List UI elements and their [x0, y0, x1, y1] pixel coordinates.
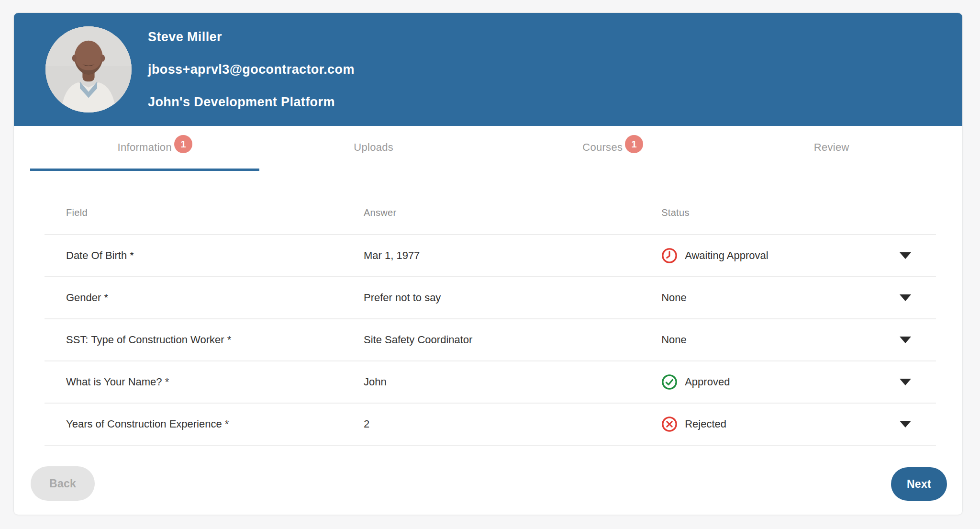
status-label: Rejected: [685, 418, 726, 430]
status-dropdown[interactable]: None: [661, 334, 936, 346]
profile-header: Steve Miller jboss+aprvl3@gocontractor.c…: [14, 13, 962, 126]
tab-uploads[interactable]: Uploads: [259, 126, 489, 171]
caret-down-icon[interactable]: [900, 337, 911, 343]
tab-information-label: Information: [118, 141, 172, 154]
column-header-answer: Answer: [364, 207, 661, 218]
check-circle-icon: [661, 374, 678, 390]
field-answer: John: [364, 376, 661, 388]
contractor-profile-page: Steve Miller jboss+aprvl3@gocontractor.c…: [0, 0, 980, 529]
back-button[interactable]: Back: [31, 466, 95, 501]
caret-down-icon[interactable]: [900, 379, 911, 385]
field-label: What is Your Name? *: [45, 376, 364, 388]
status-label: Approved: [685, 376, 730, 388]
table-row: SST: Type of Construction Worker * Site …: [45, 318, 936, 360]
table-body: Date Of Birth * Mar 1, 1977 Awaiting App…: [45, 234, 936, 446]
tab-uploads-label: Uploads: [354, 141, 393, 154]
table-row: What is Your Name? * John Approved: [45, 360, 936, 403]
table-row: Years of Construction Experience * 2 Rej…: [45, 403, 936, 445]
profile-name: Steve Miller: [148, 30, 355, 45]
field-label: Years of Construction Experience *: [45, 418, 364, 430]
footer-actions: Back Next: [14, 466, 962, 515]
table-row: Gender * Prefer not to say None: [45, 276, 936, 318]
clock-icon: [661, 248, 678, 264]
avatar-portrait-illustration: [45, 26, 132, 113]
profile-info: Steve Miller jboss+aprvl3@gocontractor.c…: [148, 30, 355, 110]
field-label: SST: Type of Construction Worker *: [45, 334, 364, 346]
field-answer: Mar 1, 1977: [364, 249, 661, 262]
status-dropdown[interactable]: Approved: [661, 374, 936, 390]
tab-review-label: Review: [814, 141, 849, 154]
status-dropdown[interactable]: Rejected: [661, 416, 936, 432]
tab-information-badge: 1: [174, 135, 192, 153]
status-label: None: [661, 334, 687, 346]
column-header-field: Field: [45, 207, 364, 218]
status-dropdown[interactable]: None: [661, 292, 936, 304]
column-header-status: Status: [661, 207, 936, 218]
caret-down-icon[interactable]: [900, 294, 911, 301]
caret-down-icon[interactable]: [900, 252, 911, 259]
x-circle-icon: [661, 416, 678, 432]
table-header-row: Field Answer Status: [45, 191, 936, 234]
field-label: Date Of Birth *: [45, 249, 364, 262]
next-button[interactable]: Next: [891, 467, 947, 501]
status-label: Awaiting Approval: [685, 249, 768, 262]
information-table: Field Answer Status Date Of Birth * Mar …: [45, 191, 936, 446]
table-row: Date Of Birth * Mar 1, 1977 Awaiting App…: [45, 234, 936, 276]
profile-email: jboss+aprvl3@gocontractor.com: [148, 62, 355, 77]
contractor-card: Steve Miller jboss+aprvl3@gocontractor.c…: [13, 12, 963, 515]
tab-bar: Information 1 Uploads Courses 1 Review: [14, 126, 962, 171]
status-label: None: [661, 292, 687, 304]
field-label: Gender *: [45, 292, 364, 304]
avatar: [45, 26, 132, 113]
tab-courses-label: Courses: [582, 141, 623, 154]
tab-courses-badge: 1: [625, 135, 643, 153]
tab-review[interactable]: Review: [717, 126, 947, 171]
field-answer: Site Safety Coordinator: [364, 334, 661, 346]
field-answer: 2: [364, 418, 661, 430]
tab-courses[interactable]: Courses 1: [488, 126, 717, 171]
tab-information[interactable]: Information 1: [30, 126, 259, 171]
field-answer: Prefer not to say: [364, 292, 661, 304]
status-dropdown[interactable]: Awaiting Approval: [661, 248, 936, 264]
caret-down-icon[interactable]: [900, 421, 911, 428]
profile-platform: John's Development Platform: [148, 95, 355, 110]
